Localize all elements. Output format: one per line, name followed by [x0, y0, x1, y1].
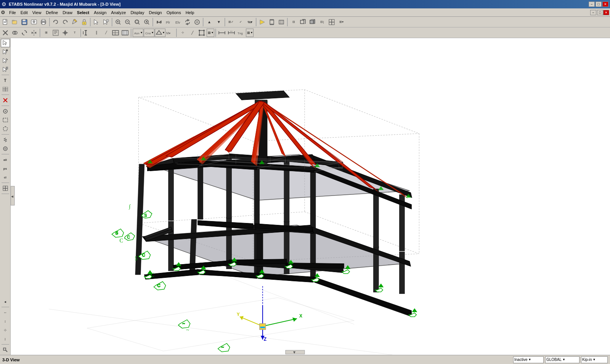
left-cl-button[interactable]: cl: [1, 173, 10, 181]
title-bar-controls[interactable]: − □ ✕: [589, 2, 608, 7]
assign-modal-button[interactable]: M▾: [166, 28, 175, 37]
zoom-in-button[interactable]: [114, 18, 123, 27]
screenshot-button[interactable]: [29, 18, 39, 27]
select-by-area-button[interactable]: ⊞: [42, 28, 51, 37]
menu-display[interactable]: Display: [128, 10, 146, 16]
menu-edit[interactable]: Edit: [18, 10, 30, 16]
pan-up-button[interactable]: ▲: [205, 18, 214, 27]
lock-button[interactable]: [80, 18, 89, 27]
check-model-button[interactable]: ✓: [236, 18, 245, 27]
units-dropdown[interactable]: Kip-in ▼: [581, 356, 608, 363]
left-hinge-button[interactable]: [1, 144, 10, 153]
left-ps-button[interactable]: ps: [1, 164, 10, 173]
steel-design-button[interactable]: [267, 18, 276, 27]
constraint-dropdown[interactable]: Cnst ▾: [144, 29, 154, 37]
left-pan-3d-button[interactable]: ⊹: [1, 326, 10, 334]
menu-analyze[interactable]: Analyze: [109, 10, 128, 16]
load-pattern-dropdown[interactable]: ▾: [155, 29, 165, 37]
inner-minimize-button[interactable]: −: [590, 10, 596, 15]
deselect-button[interactable]: [1, 28, 10, 37]
wire-frame-button[interactable]: [299, 18, 308, 27]
fill-view-button[interactable]: [308, 18, 317, 27]
brace-label-button[interactable]: ╱: [101, 28, 111, 37]
left-area-button[interactable]: [1, 65, 10, 74]
run-analysis-button[interactable]: [258, 18, 267, 27]
left-table-button[interactable]: [1, 85, 10, 93]
tile-view-button[interactable]: [327, 18, 336, 27]
menu-define[interactable]: Define: [43, 10, 60, 16]
menu-file[interactable]: File: [7, 10, 18, 16]
tangent-button[interactable]: Tng: [236, 28, 246, 37]
print-button[interactable]: [39, 18, 48, 27]
split-view-button[interactable]: ⊟|: [318, 18, 327, 27]
left-advanced-button[interactable]: [1, 184, 10, 192]
left-pan-ud-button[interactable]: ↕: [1, 317, 10, 326]
menu-assign[interactable]: Assign: [92, 10, 109, 16]
extrude-view-button[interactable]: ⊟: [289, 18, 298, 27]
left-point-snap-button[interactable]: [1, 107, 10, 115]
t-intersection-button[interactable]: T: [70, 28, 79, 37]
percent-button[interactable]: %▾: [246, 18, 255, 27]
left-spring-button[interactable]: [1, 136, 10, 144]
refresh-button[interactable]: [183, 18, 192, 27]
assign-section-dropdown[interactable]: Asn ▾: [133, 29, 143, 37]
wall-label-button[interactable]: [111, 28, 120, 37]
concrete-design-button[interactable]: [277, 18, 286, 27]
more-views-button[interactable]: ⊞▾: [337, 18, 346, 27]
new-button[interactable]: [1, 18, 10, 27]
dimension-tool-button[interactable]: [217, 28, 226, 37]
left-pan-inout-button[interactable]: ↨: [1, 335, 10, 343]
menu-options[interactable]: Options: [164, 10, 183, 16]
floor-label-button[interactable]: [120, 28, 130, 37]
menu-draw[interactable]: Draw: [60, 10, 75, 16]
left-line-button[interactable]: [1, 56, 10, 65]
rotate-3d-button[interactable]: [20, 28, 29, 37]
pan-down-button[interactable]: ▼: [214, 18, 223, 27]
left-rect-sel-button[interactable]: [1, 116, 10, 124]
left-select-button[interactable]: [1, 39, 10, 47]
annotation-button[interactable]: ⊷: [227, 28, 236, 37]
redo-button[interactable]: [61, 18, 70, 27]
grid-snap-button[interactable]: ⊞✓: [226, 18, 236, 27]
menu-select[interactable]: Select: [75, 10, 92, 16]
display-options-dropdown[interactable]: ⊞▾: [207, 29, 214, 37]
zoom-out-button[interactable]: [123, 18, 132, 27]
coord-system-dropdown[interactable]: GLOBAL ▼: [545, 356, 580, 363]
node-tool-button[interactable]: ⊹: [178, 28, 187, 37]
pencil-button[interactable]: [70, 18, 79, 27]
inner-close-button[interactable]: ✕: [603, 10, 609, 15]
menu-design[interactable]: Design: [147, 10, 164, 16]
column-label-button[interactable]: ║: [92, 28, 101, 37]
rubber-band-button[interactable]: [193, 18, 202, 27]
undo-button[interactable]: [51, 18, 60, 27]
open-button[interactable]: [10, 18, 19, 27]
plan-view-button[interactable]: Plr: [164, 18, 173, 27]
intersect-button[interactable]: [10, 28, 19, 37]
set-3d-view-button[interactable]: 3-d: [154, 18, 164, 27]
zoom-window-button[interactable]: [133, 18, 142, 27]
minimize-button[interactable]: −: [589, 2, 595, 7]
area-tool-button[interactable]: [197, 28, 206, 37]
left-zoom-btn[interactable]: [1, 346, 10, 354]
line-tool-button[interactable]: ╱: [188, 28, 197, 37]
menu-view[interactable]: View: [30, 10, 44, 16]
select-prop-button[interactable]: [51, 28, 60, 37]
reshape-toolbar[interactable]: [101, 18, 111, 27]
left-text-button[interactable]: T: [1, 76, 10, 85]
snap-options-dropdown[interactable]: ⊞▾: [246, 29, 254, 37]
viewport[interactable]: X Y Z: [11, 38, 610, 355]
zoom-prev-button[interactable]: [142, 18, 151, 27]
status-dropdown[interactable]: Inactive ▼: [513, 356, 544, 363]
close-button[interactable]: ✕: [602, 2, 608, 7]
elevation-view-button[interactable]: Elv: [173, 18, 183, 27]
maximize-button[interactable]: □: [596, 2, 602, 7]
left-poly-sel-button[interactable]: [1, 125, 10, 133]
inner-restore-button[interactable]: □: [597, 10, 603, 15]
select-ptr-toolbar[interactable]: [92, 18, 101, 27]
left-collapse-button[interactable]: ◂: [1, 297, 10, 306]
left-pan-lr-button[interactable]: ↔: [1, 308, 10, 317]
intersect-lines-button[interactable]: [61, 28, 70, 37]
left-all-button[interactable]: all: [1, 156, 10, 164]
frame-label-button[interactable]: I: [82, 28, 92, 37]
left-delete-button[interactable]: [1, 96, 10, 104]
